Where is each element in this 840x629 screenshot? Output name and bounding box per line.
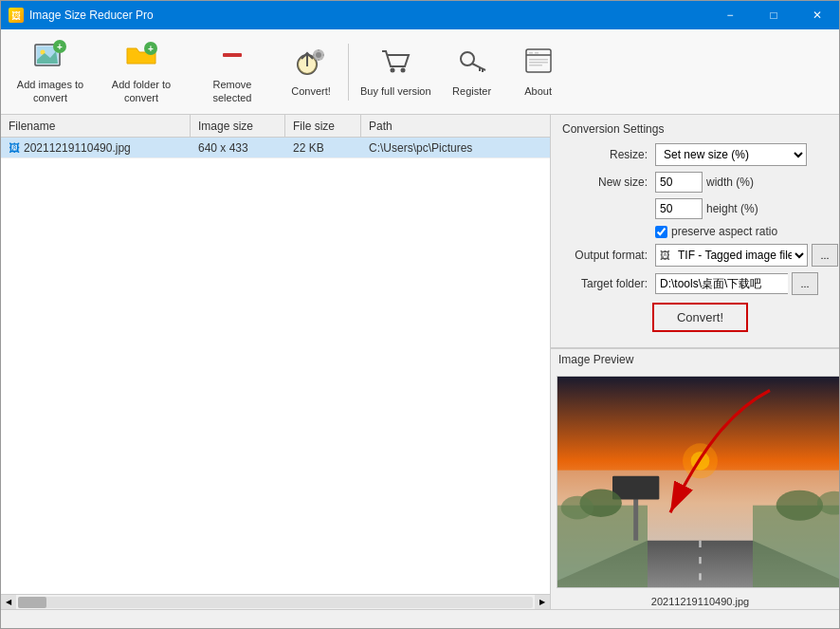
scroll-right-arrow[interactable]: ▶: [535, 595, 550, 610]
width-row: New size: width (%): [562, 172, 838, 193]
svg-rect-30: [529, 65, 542, 66]
add-images-button[interactable]: + Add images to convert: [5, 34, 96, 110]
add-images-icon: +: [33, 39, 67, 74]
resize-row: Resize: Set new size (%) Set new size (p…: [562, 143, 838, 166]
col-header-filename: Filename: [1, 115, 191, 137]
cell-imgsize: 640 x 433: [191, 141, 285, 155]
height-unit: height (%): [706, 202, 758, 215]
output-format-row: Output format: 🖼 TIF - Tagged image file…: [562, 244, 838, 267]
svg-rect-27: [535, 52, 539, 54]
target-folder-label: Target folder:: [562, 277, 648, 290]
format-browse-button[interactable]: ...: [812, 244, 838, 267]
convert-button[interactable]: Convert!: [652, 303, 748, 332]
status-bar: [1, 609, 839, 628]
about-icon: [521, 46, 556, 81]
cell-filename: 🖼 20211219110490.jpg: [1, 141, 191, 155]
preserve-label: preserve aspect ratio: [671, 225, 777, 238]
svg-rect-29: [529, 62, 548, 64]
maximize-button[interactable]: □: [752, 1, 795, 29]
format-select[interactable]: TIF - Tagged image file JPG - JPEG image…: [674, 245, 807, 266]
svg-point-44: [691, 452, 710, 471]
col-header-path: Path: [361, 115, 550, 137]
svg-rect-8: [223, 53, 242, 57]
height-row: height (%): [562, 198, 838, 219]
folder-input[interactable]: [655, 273, 788, 294]
filename-text: 20211219110490.jpg: [24, 141, 131, 155]
width-unit: width (%): [706, 176, 754, 189]
scroll-left-arrow[interactable]: ◀: [1, 595, 16, 610]
titlebar: 🖼 Image Size Reducer Pro − □ ✕: [1, 1, 839, 29]
scrollbar-track[interactable]: [18, 597, 533, 608]
file-icon: 🖼: [9, 141, 20, 155]
cell-filesize: 22 KB: [285, 141, 361, 155]
target-folder-row: Target folder: ...: [562, 272, 838, 295]
preview-image-area: [551, 370, 839, 594]
remove-selected-button[interactable]: Remove selected: [187, 34, 278, 110]
buy-full-button[interactable]: Buy full version: [353, 34, 439, 110]
svg-rect-26: [529, 52, 533, 54]
toolbar-separator-1: [348, 44, 349, 101]
titlebar-buttons: − □ ✕: [708, 1, 839, 29]
file-list-body[interactable]: 🖼 20211219110490.jpg 640 x 433 22 KB C:\…: [1, 138, 550, 594]
about-label: About: [524, 84, 552, 98]
app-window: 🖼 Image Size Reducer Pro − □ ✕: [0, 0, 840, 629]
svg-point-40: [561, 496, 594, 520]
resize-control: Set new size (%) Set new size (px) Keep …: [655, 143, 807, 166]
convert-btn-row: Convert!: [562, 303, 838, 332]
col-header-imgsize: Image size: [191, 115, 285, 137]
resize-select[interactable]: Set new size (%) Set new size (px) Keep …: [655, 143, 807, 166]
scrollbar-thumb[interactable]: [18, 597, 46, 608]
svg-point-19: [401, 67, 406, 72]
conversion-settings: Conversion Settings Resize: Set new size…: [551, 115, 839, 348]
scrollbar[interactable]: ◀ ▶: [1, 594, 550, 609]
format-select-wrapper: 🖼 TIF - Tagged image file JPG - JPEG ima…: [655, 244, 808, 267]
close-button[interactable]: ✕: [795, 1, 839, 29]
table-row[interactable]: 🖼 20211219110490.jpg 640 x 433 22 KB C:\…: [1, 138, 550, 158]
toolbar: + Add images to convert + Add folder to …: [1, 29, 839, 115]
settings-title: Conversion Settings: [562, 122, 838, 136]
svg-point-20: [461, 52, 474, 65]
preserve-checkbox[interactable]: [655, 226, 667, 238]
svg-text:+: +: [148, 44, 154, 54]
preview-image: [557, 376, 839, 588]
preview-panel: Image Preview: [551, 348, 839, 609]
newsize-label: New size:: [562, 176, 648, 189]
width-input[interactable]: [655, 172, 703, 193]
convert-toolbar-label: Convert!: [291, 84, 331, 98]
convert-icon: [294, 46, 328, 81]
file-panel: Filename Image size File size Path 🖼 202…: [1, 115, 551, 609]
register-button[interactable]: Register: [439, 34, 505, 110]
svg-rect-28: [529, 59, 548, 61]
settings-panel: Conversion Settings Resize: Set new size…: [551, 115, 839, 609]
resize-label: Resize:: [562, 148, 648, 161]
convert-toolbar-button[interactable]: Convert!: [278, 34, 344, 110]
main-content: Filename Image size File size Path 🖼 202…: [1, 115, 839, 609]
svg-text:+: +: [57, 42, 63, 52]
app-title: Image Size Reducer Pro: [29, 9, 154, 22]
folder-control: ...: [655, 272, 818, 295]
remove-selected-label: Remove selected: [194, 78, 270, 105]
cart-icon: [378, 46, 412, 81]
remove-icon: [215, 39, 249, 74]
svg-rect-38: [612, 476, 659, 500]
add-folder-button[interactable]: + Add folder to convert: [96, 34, 187, 110]
add-images-label: Add images to convert: [12, 78, 88, 105]
folder-browse-button[interactable]: ...: [792, 272, 818, 295]
preview-title: Image Preview: [551, 349, 839, 370]
app-icon: 🖼: [9, 8, 24, 23]
titlebar-left: 🖼 Image Size Reducer Pro: [9, 8, 154, 23]
preserve-row: preserve aspect ratio: [655, 225, 838, 238]
col-header-filesize: File size: [285, 115, 361, 137]
cell-path: C:\Users\pc\Pictures: [361, 141, 550, 155]
add-folder-label: Add folder to convert: [103, 78, 179, 105]
svg-point-13: [316, 52, 321, 58]
height-input[interactable]: [655, 198, 703, 219]
minimize-button[interactable]: −: [708, 1, 752, 29]
height-control: height (%): [655, 198, 758, 219]
about-button[interactable]: About: [505, 34, 572, 110]
output-format-label: Output format:: [562, 249, 648, 262]
svg-point-18: [391, 67, 395, 72]
format-control: 🖼 TIF - Tagged image file JPG - JPEG ima…: [655, 244, 838, 267]
buy-full-label: Buy full version: [360, 84, 431, 98]
svg-point-41: [776, 490, 823, 521]
